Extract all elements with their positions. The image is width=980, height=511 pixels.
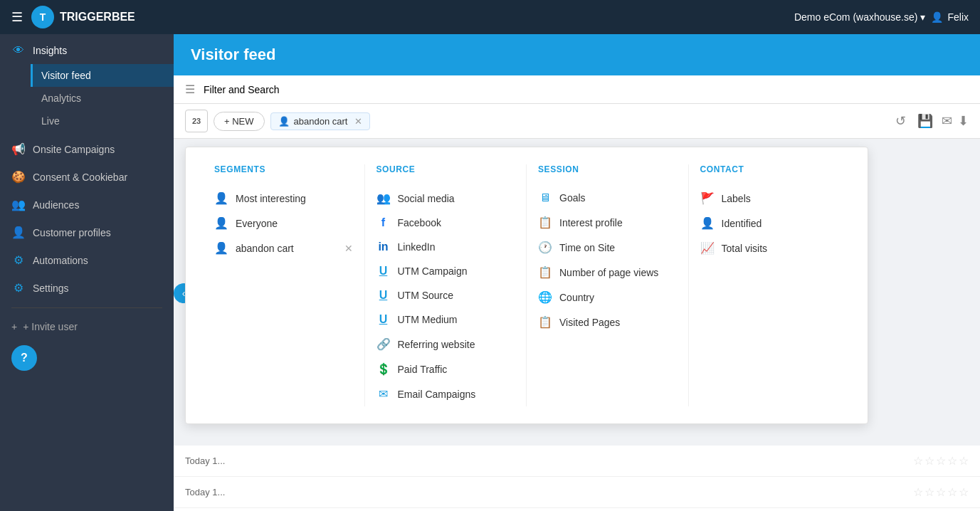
filter-referring-label: Referring website	[398, 339, 475, 350]
interest-icon: 📋	[538, 216, 552, 229]
download-icon[interactable]: ⬇	[958, 113, 969, 129]
email-icon[interactable]: ✉	[942, 113, 952, 129]
brand-icon: T	[31, 6, 54, 28]
facebook-icon: f	[376, 216, 391, 229]
filter-everyone[interactable]: 👤 Everyone	[214, 211, 353, 236]
filter-identified[interactable]: 👤 Identified	[700, 211, 840, 236]
table-row[interactable]: Today 1... ☆ ☆ ☆ ☆ ☆	[174, 446, 980, 477]
person-icon: 👤	[214, 241, 228, 255]
filter-email-campaigns-label: Email Campaigns	[398, 389, 476, 400]
nav-left: ☰ T TRIGGERBEE	[11, 6, 135, 28]
filter-visited-pages[interactable]: 📋 Visited Pages	[538, 310, 677, 334]
star-empty: ☆	[936, 485, 946, 499]
sidebar-invite[interactable]: + + Invite user	[0, 314, 174, 339]
goals-icon: 🖥	[538, 191, 552, 204]
filter-label: abandon cart	[294, 116, 348, 127]
star-empty: ☆	[959, 485, 969, 499]
sidebar-item-audiences[interactable]: 👥 Audiences	[0, 191, 174, 218]
sidebar-item-analytics[interactable]: Analytics	[33, 87, 174, 110]
filter-interest-label: Interest profile	[559, 217, 623, 228]
filter-text: Filter and Search	[204, 84, 280, 95]
visits-icon: 📈	[700, 241, 715, 255]
calendar-badge[interactable]: 23	[185, 110, 208, 132]
filter-email-campaigns[interactable]: ✉ Email Campaigns	[376, 381, 515, 406]
row-stars: ☆ ☆ ☆ ☆ ☆	[913, 485, 969, 499]
sidebar-item-consent[interactable]: 🍪 Consent & Cookiebar	[0, 163, 174, 191]
sidebar-item-customer-profiles[interactable]: 👤 Customer profiles	[0, 218, 174, 246]
filter-paid-label: Paid Traffic	[398, 364, 448, 375]
help-button[interactable]: ?	[11, 345, 37, 371]
filter-time-on-site[interactable]: 🕐 Time on Site	[538, 235, 677, 260]
user-info: 👤 Felix	[931, 11, 969, 23]
hamburger-icon[interactable]: ☰	[11, 9, 23, 25]
sidebar-divider	[11, 307, 162, 308]
sidebar-item-visitor-feed[interactable]: Visitor feed	[31, 64, 174, 87]
filter-page-views[interactable]: 📋 Number of page views	[538, 260, 677, 285]
eye-icon: 👁	[11, 44, 26, 57]
filter-paid-traffic[interactable]: 💲 Paid Traffic	[376, 357, 515, 381]
filter-utm-campaign-label: UTM Campaign	[398, 265, 468, 277]
filter-utm-campaign[interactable]: U UTM Campaign	[376, 259, 515, 283]
filter-most-interesting-label: Most interesting	[236, 193, 306, 204]
filter-utm-medium[interactable]: U UTM Medium	[376, 307, 515, 332]
filter-linkedin[interactable]: in LinkedIn	[376, 235, 515, 259]
filter-utm-source[interactable]: U UTM Source	[376, 283, 515, 307]
filter-utm-source-label: UTM Source	[398, 290, 454, 301]
sidebar-invite-label: + Invite user	[23, 321, 78, 332]
visitor-table: Today 1... ☆ ☆ ☆ ☆ ☆ Today 1... ☆	[174, 446, 980, 511]
abandon-cart-remove-icon[interactable]: ✕	[344, 243, 353, 254]
active-filter-abandon-cart: 👤 abandon cart ✕	[270, 112, 371, 130]
star-empty: ☆	[947, 454, 957, 468]
new-filter-button[interactable]: + NEW	[214, 112, 265, 131]
utm-source-icon: U	[376, 289, 391, 302]
sidebar-item-settings[interactable]: ⚙ Settings	[0, 274, 174, 302]
cookie-icon: 🍪	[11, 170, 26, 184]
filter-referring-website[interactable]: 🔗 Referring website	[376, 332, 515, 357]
labels-icon: 🚩	[700, 191, 715, 205]
sidebar-sub-insights: Visitor feed Analytics Live	[0, 64, 174, 132]
sidebar-item-automations[interactable]: ⚙ Automations	[0, 246, 174, 274]
filter-country[interactable]: 🌐 Country	[538, 285, 677, 310]
table-row[interactable]: Today 1... ☆ ☆ ☆ ☆ ☆	[174, 477, 980, 508]
remove-filter-icon[interactable]: ✕	[354, 116, 362, 127]
filter-person-icon: 👤	[278, 116, 290, 127]
filter-abandon-cart-label: abandon cart	[236, 243, 294, 254]
filter-identified-label: Identified	[722, 218, 762, 229]
refresh-icon[interactable]: ↺	[892, 110, 909, 132]
dropdown-source: SOURCE 👥 Social media f Facebook in Link…	[365, 164, 527, 406]
email-campaigns-icon: ✉	[376, 387, 391, 401]
filter-facebook-label: Facebook	[398, 217, 441, 228]
customer-icon: 👤	[11, 226, 26, 239]
sidebar: 👁 Insights Visitor feed Analytics Live 📢…	[0, 34, 174, 511]
star-empty: ☆	[924, 485, 934, 499]
account-name: Demo eCom (waxhouse.se)	[794, 11, 918, 23]
account-selector[interactable]: Demo eCom (waxhouse.se) ▾	[794, 11, 926, 23]
sidebar-item-insights-label: Insights	[33, 45, 67, 56]
utm-medium-icon: U	[376, 313, 391, 326]
table-row[interactable]: Today 1... ☆ ☆ ☆ ☆ ☆	[174, 508, 980, 511]
filter-facebook[interactable]: f Facebook	[376, 211, 515, 235]
layout: 👁 Insights Visitor feed Analytics Live 📢…	[0, 34, 980, 511]
filter-labels-label: Labels	[722, 193, 751, 204]
user-name: Felix	[947, 11, 969, 23]
filter-abandon-cart[interactable]: 👤 abandon cart ✕	[214, 236, 353, 260]
filter-bar: ☰ Filter and Search	[174, 75, 980, 104]
sidebar-item-onsite-campaigns[interactable]: 📢 Onsite Campaigns	[0, 135, 174, 163]
filter-goals[interactable]: 🖥 Goals	[538, 186, 677, 210]
save-icon[interactable]: 💾	[915, 110, 936, 132]
automations-icon: ⚙	[11, 253, 26, 267]
filter-total-visits[interactable]: 📈 Total visits	[700, 236, 840, 260]
filter-interest-profile[interactable]: 📋 Interest profile	[538, 210, 677, 235]
filter-labels[interactable]: 🚩 Labels	[700, 186, 840, 211]
main-content: Visitor feed ☰ Filter and Search 23 + NE…	[174, 34, 980, 511]
sidebar-item-insights[interactable]: 👁 Insights	[0, 37, 174, 64]
sidebar-section-insights: 👁 Insights Visitor feed Analytics Live	[0, 34, 174, 135]
filter-social-media[interactable]: 👥 Social media	[376, 186, 515, 211]
sidebar-item-live[interactable]: Live	[33, 110, 174, 132]
chevron-down-icon: ▾	[920, 11, 925, 23]
row-stars: ☆ ☆ ☆ ☆ ☆	[913, 454, 969, 468]
brand-logo: T TRIGGERBEE	[31, 6, 135, 28]
filter-most-interesting[interactable]: 👤 Most interesting	[214, 186, 353, 211]
filter-country-label: Country	[559, 292, 594, 303]
visited-icon: 📋	[538, 315, 552, 329]
